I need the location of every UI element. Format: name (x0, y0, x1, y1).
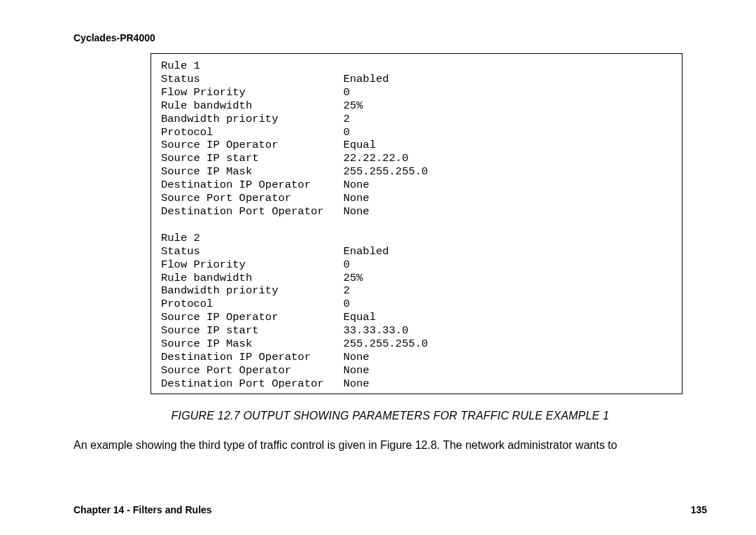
manual-page: Cyclades-PR4000 Rule 1 Status Enabled Fl… (0, 0, 756, 535)
page-number: 135 (691, 504, 707, 515)
figure-caption: FIGURE 12.7 OUTPUT SHOWING PARAMETERS FO… (74, 410, 707, 422)
figure-output-box: Rule 1 Status Enabled Flow Priority 0 Ru… (150, 53, 682, 394)
page-footer: Chapter 14 - Filters and Rules 135 (74, 504, 707, 515)
body-paragraph: An example showing the third type of tra… (74, 438, 707, 453)
chapter-label: Chapter 14 - Filters and Rules (74, 504, 212, 515)
terminal-output: Rule 1 Status Enabled Flow Priority 0 Ru… (151, 60, 682, 391)
product-header: Cyclades-PR4000 (74, 32, 707, 43)
